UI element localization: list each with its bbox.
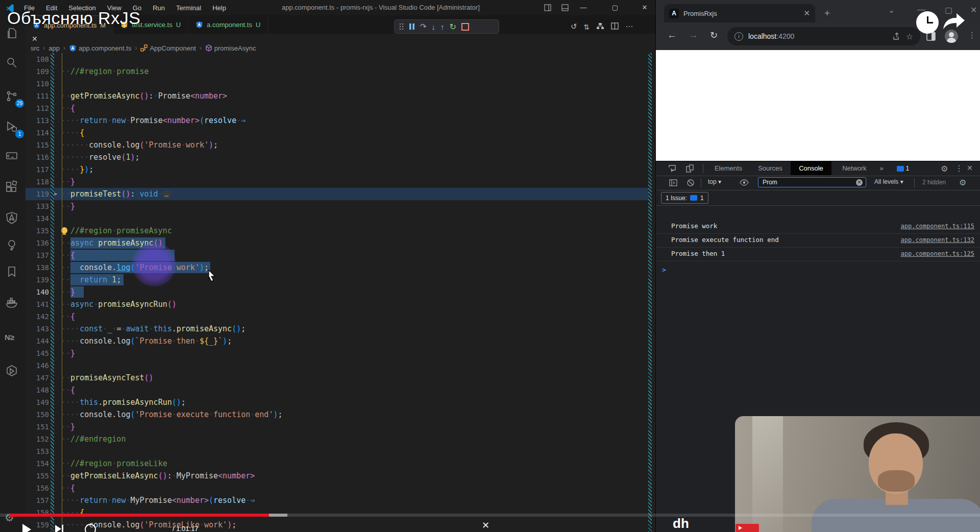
- avatar[interactable]: [945, 30, 958, 43]
- console-message-source-link[interactable]: app.component.ts:132: [901, 233, 975, 247]
- code-line-109[interactable]: 109··//#region·promise: [26, 65, 651, 78]
- devtools-tab-console[interactable]: Console: [791, 161, 831, 175]
- code-line-117[interactable]: 117····});: [26, 163, 651, 176]
- sidebar-item-nx[interactable]: N≥: [5, 333, 21, 349]
- clear-console-icon[interactable]: [687, 179, 695, 187]
- pause-icon[interactable]: [409, 23, 415, 30]
- devtools-settings-icon[interactable]: ⚙: [941, 164, 948, 174]
- sidebar-item-search[interactable]: [5, 56, 21, 72]
- share-video-icon[interactable]: [942, 12, 966, 31]
- console-prompt-chevron[interactable]: >: [662, 265, 666, 275]
- tab-a.component.ts[interactable]: a.component.tsU: [188, 15, 268, 34]
- tab-close-icon[interactable]: ✕: [803, 9, 810, 18]
- code-line-158[interactable]: 158····{: [26, 506, 651, 519]
- address-bar[interactable]: i localhost:4200 ☆: [727, 27, 920, 45]
- video-progress-bar[interactable]: [0, 514, 980, 517]
- code-line-135[interactable]: 135//#region·promiseAsync: [26, 225, 651, 237]
- live-expression-eye-icon[interactable]: [740, 179, 749, 186]
- code-line-138[interactable]: 138····console.log('Promise·work');: [26, 261, 651, 274]
- code-line-111[interactable]: 111··getPromiseAsync():·Promise<number>: [26, 90, 651, 102]
- step-into-icon[interactable]: ↓: [432, 22, 436, 31]
- code-line-150[interactable]: 150····console.log('Promise·execute·func…: [26, 408, 651, 421]
- browser-tab[interactable]: A PromisRxjs ✕: [664, 4, 815, 22]
- devtools-close-icon[interactable]: ✕: [967, 164, 973, 172]
- sitemap-icon[interactable]: [596, 22, 604, 31]
- sidebar-item-source-control[interactable]: 29: [5, 89, 21, 106]
- code-line-143[interactable]: 143····const·_·=·await·this.promiseAsync…: [26, 323, 651, 335]
- code-line-152[interactable]: 152··//#endregion: [26, 433, 651, 445]
- drag-handle-icon[interactable]: [399, 22, 404, 31]
- swap-icon[interactable]: ⇅: [584, 22, 590, 31]
- more-tabs-icon[interactable]: »: [876, 161, 887, 175]
- breadcrumb-item-app.component.ts[interactable]: app.component.ts: [69, 44, 131, 52]
- code-line-118[interactable]: 118··}: [26, 176, 651, 188]
- code-line-134[interactable]: 134: [26, 212, 651, 225]
- share-icon[interactable]: [893, 32, 901, 40]
- forward-icon[interactable]: →: [689, 30, 698, 41]
- console-sidebar-icon[interactable]: [669, 179, 677, 187]
- inspect-element-icon[interactable]: [668, 164, 677, 173]
- sidebar-item-explorer[interactable]: [5, 27, 21, 43]
- step-over-icon[interactable]: ↷: [420, 22, 427, 31]
- code-line-137[interactable]: 137··{: [26, 249, 651, 261]
- code-line-156[interactable]: 156··{: [26, 482, 651, 494]
- breadcrumb-item-promiseAsync[interactable]: promiseAsync: [205, 44, 256, 52]
- code-line-148[interactable]: 148··{: [26, 384, 651, 396]
- chrome-close-button[interactable]: ✕: [970, 5, 977, 15]
- code-line-151[interactable]: 151··}: [26, 421, 651, 433]
- more-actions-icon[interactable]: ⋯: [625, 22, 633, 31]
- close-button[interactable]: ✕: [637, 0, 652, 15]
- code-line-108[interactable]: 108: [26, 53, 651, 65]
- code-editor[interactable]: 108109··//#region·promise110111··getProm…: [26, 53, 651, 532]
- stop-icon[interactable]: [461, 23, 469, 31]
- devtools-tab-sources[interactable]: Sources: [754, 161, 787, 175]
- sidebar-item-docker[interactable]: [5, 296, 21, 312]
- overlay-x-icon[interactable]: ✕: [482, 520, 489, 531]
- maximize-button[interactable]: ▢: [607, 0, 623, 15]
- code-line-114[interactable]: 114····{: [26, 127, 651, 139]
- code-line-149[interactable]: 149····this.promiseAsyncRun();: [26, 396, 651, 408]
- overlay-close-icon[interactable]: ✕: [32, 35, 38, 43]
- code-line-157[interactable]: 157····return·new·MyPromise<number>(reso…: [26, 494, 651, 506]
- code-line-133[interactable]: 133··}: [26, 200, 651, 212]
- menu-terminal[interactable]: Terminal: [170, 4, 207, 12]
- chrome-kebab-menu-icon[interactable]: ⋮: [968, 31, 976, 40]
- sidebar-item-extensions[interactable]: [5, 180, 21, 197]
- clear-filter-icon[interactable]: ✕: [856, 179, 863, 186]
- code-line-119[interactable]: 119>··promiseTest():·void·…: [26, 188, 651, 200]
- code-line-146[interactable]: 146: [26, 359, 651, 372]
- code-line-144[interactable]: 144····console.log(`Promise·then·${_}`);: [26, 335, 651, 347]
- console-message-source-link[interactable]: app.component.ts:115: [901, 220, 975, 233]
- sidebar-item-angular[interactable]: [5, 211, 21, 227]
- subscribe-badge[interactable]: [736, 524, 759, 532]
- code-line-110[interactable]: 110: [26, 78, 651, 90]
- devtools-tab-network[interactable]: Network: [838, 161, 871, 175]
- chrome-menu-chevron-icon[interactable]: ⌄: [888, 5, 895, 15]
- issues-chip[interactable]: 1 Issue: 1: [661, 192, 708, 204]
- overview-ruler[interactable]: [648, 53, 652, 532]
- code-line-145[interactable]: 145··}: [26, 347, 651, 359]
- code-line-142[interactable]: 142··{: [26, 310, 651, 323]
- code-line-154[interactable]: 154··//#region·promiseLike: [26, 457, 651, 470]
- watch-later-icon[interactable]: [916, 11, 939, 34]
- code-line-147[interactable]: 147··promiseAsyncTest(): [26, 372, 651, 384]
- toggle-panel-icon[interactable]: [540, 0, 555, 15]
- devtools-tab-elements[interactable]: Elements: [709, 161, 748, 175]
- context-selector[interactable]: top ▾: [708, 178, 721, 185]
- back-icon[interactable]: ←: [667, 30, 677, 41]
- play-icon[interactable]: [22, 524, 31, 532]
- breadcrumb-item-src[interactable]: src: [31, 44, 39, 52]
- code-line-113[interactable]: 113····return·new·Promise<number>(resolv…: [26, 114, 651, 127]
- menu-run[interactable]: Run: [147, 4, 170, 12]
- code-line-153[interactable]: 153: [26, 445, 651, 457]
- sidebar-item-run-and-debug[interactable]: 1: [5, 120, 21, 136]
- code-line-140[interactable]: 140··}: [26, 286, 651, 298]
- code-line-141[interactable]: 141··async·promiseAsyncRun(): [26, 298, 651, 310]
- log-levels-dropdown[interactable]: All levels ▾: [874, 178, 903, 185]
- sidebar-item-bookmarks[interactable]: [5, 265, 21, 281]
- code-line-155[interactable]: 155··getPromiseLikeAsync():·MyPromise<nu…: [26, 470, 651, 482]
- reload-icon[interactable]: ↻: [710, 30, 718, 41]
- code-line-116[interactable]: 116······resolve(1);: [26, 151, 651, 163]
- restart-icon[interactable]: ↻: [450, 22, 456, 32]
- console-settings-icon[interactable]: ⚙: [959, 178, 966, 187]
